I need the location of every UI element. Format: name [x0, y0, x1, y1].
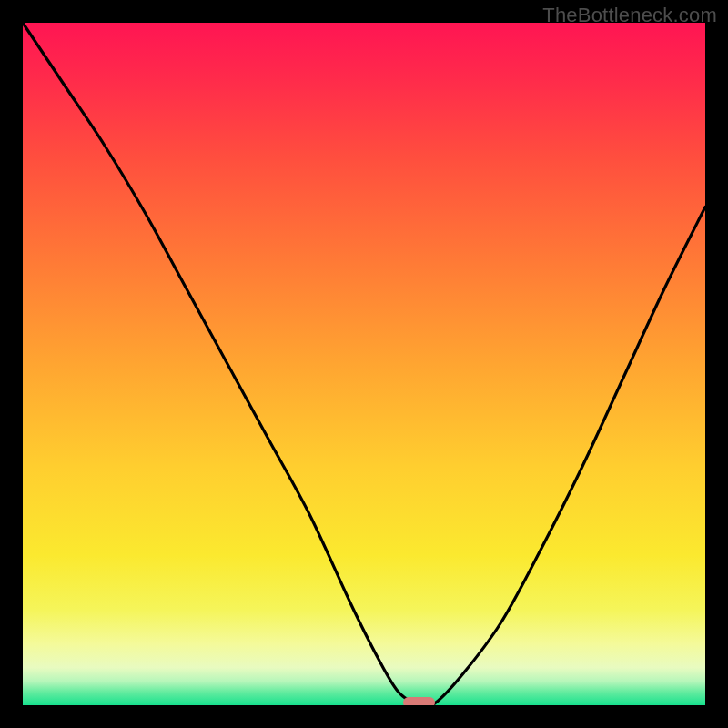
chart-frame: TheBottleneck.com — [0, 0, 728, 728]
attribution-label: TheBottleneck.com — [542, 4, 717, 27]
bottleneck-curve — [23, 23, 705, 705]
optimal-marker — [403, 697, 435, 705]
plot-area — [23, 23, 705, 705]
